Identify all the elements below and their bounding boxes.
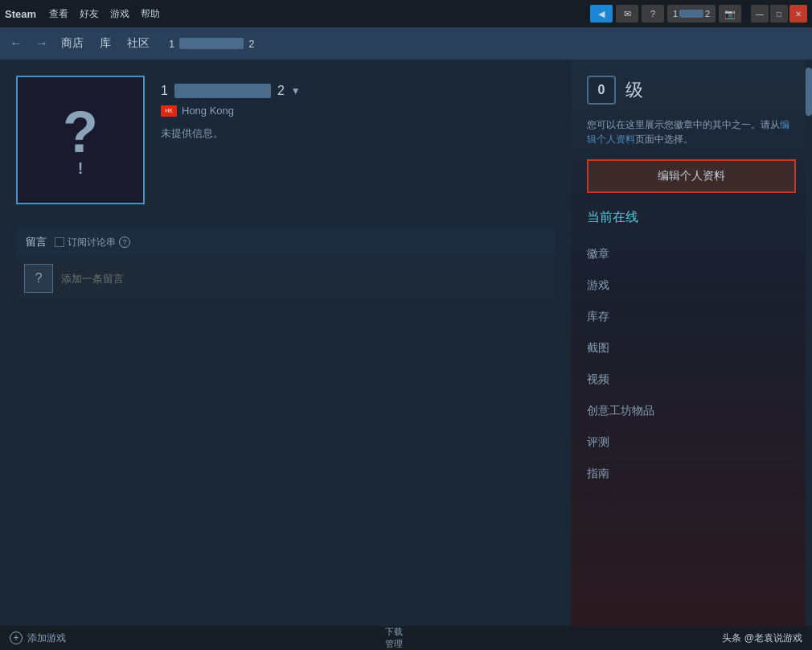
comment-input[interactable] — [61, 273, 547, 285]
download-sub-label: 管理 — [385, 638, 403, 650]
profile-bio: 未提供信息。 — [161, 126, 555, 141]
avatar-exclamation-mark: ! — [78, 159, 84, 178]
download-section[interactable]: 下载 管理 — [385, 626, 403, 650]
maximize-button[interactable]: □ — [770, 5, 788, 23]
scrollbar[interactable] — [806, 60, 812, 626]
comment-input-row: ? — [16, 257, 555, 299]
close-button[interactable]: ✕ — [789, 5, 807, 23]
right-nav-inventory[interactable]: 库存 — [587, 302, 796, 333]
online-status: 当前在线 — [587, 209, 796, 226]
nav-library[interactable]: 库 — [100, 36, 111, 51]
title-menu: 查看 好友 游戏 帮助 — [49, 7, 160, 21]
watermark: 头条 @老袁说游戏 — [722, 631, 802, 645]
nav-username-blur — [179, 38, 244, 49]
profile-name-suffix: 2 — [277, 84, 285, 98]
edit-profile-button[interactable]: 编辑个人资料 — [587, 159, 796, 193]
plus-icon: + — [10, 631, 23, 644]
profile-dropdown-arrow[interactable]: ▼ — [291, 85, 301, 97]
right-nav-badges[interactable]: 徽章 — [587, 239, 796, 270]
help-icon[interactable]: ? — [119, 237, 130, 248]
nav-username-suffix: 2 — [248, 38, 254, 50]
right-nav-guides[interactable]: 指南 — [587, 459, 796, 490]
nav-links: 商店 库 社区 — [61, 36, 150, 51]
right-panel: 0 级 您可以在这里展示您徽章中的其中之一。请从编辑个人资料页面中选择。 编辑个… — [571, 60, 812, 626]
nav-store[interactable]: 商店 — [61, 36, 84, 51]
download-label: 下载 — [385, 626, 403, 638]
avatar-inner: ? ! — [63, 103, 98, 178]
avatar-container: ? ! — [16, 76, 145, 204]
window-controls: — □ ✕ — [751, 5, 807, 23]
level-section: 0 级 — [587, 76, 796, 105]
nav-user: 1 2 — [169, 38, 254, 50]
profile-name-prefix: 1 — [161, 84, 168, 98]
forward-arrow[interactable]: → — [35, 36, 48, 51]
user-level-prefix: 1 — [673, 9, 678, 19]
messages-button[interactable]: ✉ — [616, 5, 638, 23]
nav-username-prefix: 1 — [169, 38, 174, 50]
scrollbar-thumb[interactable] — [806, 68, 812, 116]
main-content: ? ! 1 2 ▼ HK Hong Kong 未提供信息。 — [0, 60, 812, 626]
right-nav: 徽章 游戏 库存 截图 视频 创意工坊物品 评测 指南 — [587, 239, 796, 490]
country-row: HK Hong Kong — [161, 105, 555, 117]
country-name: Hong Kong — [182, 105, 234, 117]
flag-hongkong: HK — [161, 105, 177, 117]
badge-info-text: 您可以在这里展示您徽章中的其中之一。请从 — [587, 119, 780, 130]
help-button[interactable]: ? — [642, 5, 664, 23]
level-text: 级 — [625, 78, 643, 102]
menu-friends[interactable]: 好友 — [80, 7, 99, 21]
add-game-label: 添加游戏 — [27, 631, 66, 645]
add-game-button[interactable]: + 添加游戏 — [10, 631, 66, 645]
title-bar: Steam 查看 好友 游戏 帮助 ◀ ✉ ? 1 2 📷 — □ ✕ — [0, 0, 812, 27]
user-level-blur — [679, 10, 703, 18]
title-bar-left: Steam 查看 好友 游戏 帮助 — [5, 7, 160, 21]
bottom-bar: + 添加游戏 下载 管理 头条 @老袁说游戏 — [0, 626, 812, 650]
badge-info: 您可以在这里展示您徽章中的其中之一。请从编辑个人资料页面中选择。 — [587, 117, 796, 146]
user-level-suffix: 2 — [705, 9, 710, 19]
avatar-question-mark: ? — [63, 103, 98, 161]
app-title: Steam — [5, 8, 36, 20]
badge-info-text2: 页面中选择。 — [635, 134, 693, 145]
title-bar-right: ◀ ✉ ? 1 2 📷 — □ ✕ — [590, 5, 807, 23]
right-nav-videos[interactable]: 视频 — [587, 364, 796, 396]
comment-subscribe: 订阅讨论串 ? — [55, 236, 130, 249]
nav-bar: ← → 商店 库 社区 1 2 — [0, 27, 812, 60]
menu-help[interactable]: 帮助 — [141, 7, 160, 21]
screenshot-button[interactable]: 📷 — [719, 5, 741, 23]
right-nav-reviews[interactable]: 评测 — [587, 427, 796, 459]
right-nav-screenshots[interactable]: 截图 — [587, 333, 796, 364]
broadcast-button[interactable]: ◀ — [590, 5, 613, 23]
comment-section: 留言 订阅讨论串 ? ? — [16, 228, 555, 299]
back-arrow[interactable]: ← — [10, 36, 23, 51]
comment-avatar: ? — [24, 264, 53, 293]
menu-games[interactable]: 游戏 — [110, 7, 129, 21]
profile-section: ? ! 1 2 ▼ HK Hong Kong 未提供信息。 — [16, 76, 555, 204]
profile-name-blur — [174, 84, 271, 98]
right-nav-workshop[interactable]: 创意工坊物品 — [587, 396, 796, 427]
subscribe-checkbox[interactable] — [55, 237, 64, 247]
menu-view[interactable]: 查看 — [49, 7, 68, 21]
minimize-button[interactable]: — — [751, 5, 769, 23]
comment-header: 留言 订阅讨论串 ? — [16, 228, 555, 256]
right-nav-games[interactable]: 游戏 — [587, 270, 796, 302]
level-badge: 0 — [587, 76, 616, 105]
subscribe-label: 订阅讨论串 — [68, 236, 116, 249]
user-level-button[interactable]: 1 2 — [667, 5, 716, 23]
profile-info: 1 2 ▼ HK Hong Kong 未提供信息。 — [161, 76, 555, 141]
nav-community[interactable]: 社区 — [127, 36, 150, 51]
comment-title: 留言 — [26, 235, 47, 249]
center-panel: ? ! 1 2 ▼ HK Hong Kong 未提供信息。 — [0, 60, 571, 626]
profile-name-row: 1 2 ▼ — [161, 84, 555, 98]
